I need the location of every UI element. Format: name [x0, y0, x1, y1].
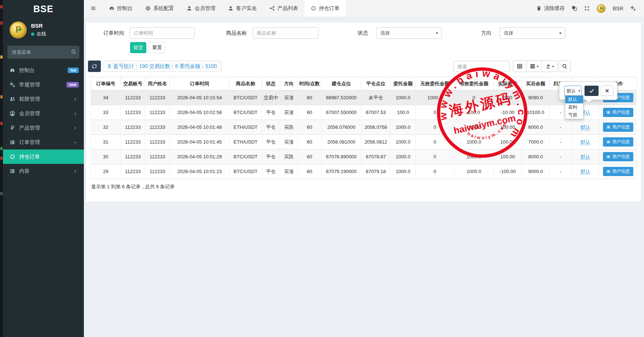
table-cell: 34	[91, 90, 121, 105]
user-avatar[interactable]: P	[597, 4, 606, 13]
clear-cache-button[interactable]: 清除缓存	[536, 5, 565, 12]
table-cell: 8000.0	[521, 149, 550, 164]
user-info-button[interactable]: 用户信息	[603, 137, 633, 147]
direction-select[interactable]: 选择 ▾	[500, 27, 565, 39]
user-info-button[interactable]: 用户信息	[603, 123, 633, 132]
detail-view-button[interactable]	[513, 61, 527, 72]
table-cell: 交易中	[262, 90, 280, 105]
table-cell: 买涨	[280, 105, 298, 120]
table-cell: 67079.190000	[321, 164, 361, 179]
table-row: 341122331122332026-04-05 10:15:54BTC/USD…	[91, 90, 637, 105]
column-header-3: 订单时间	[170, 77, 229, 90]
user-info-button[interactable]: 用户信息	[603, 152, 633, 161]
caret-down-icon: ▾	[537, 65, 539, 68]
chevron-left-icon	[72, 97, 79, 101]
export-button[interactable]: ▾	[542, 61, 558, 72]
risk-default-link[interactable]: 默认	[580, 139, 590, 145]
order-time-label: 订单时间	[103, 27, 124, 39]
sidebar-search-input[interactable]	[7, 46, 79, 59]
status-select[interactable]: 选择 ▾	[376, 27, 442, 39]
table-cell: 29	[91, 164, 121, 179]
columns-button[interactable]: ▾	[526, 61, 542, 72]
edge-marker	[0, 147, 3, 150]
column-header-1: 交易账号	[120, 77, 145, 90]
table-cell: 1000.0	[391, 120, 416, 135]
tab-product-list[interactable]: 产品列表	[263, 0, 304, 17]
table-cell: 67078.890000	[321, 149, 361, 164]
sidebar-search	[7, 46, 79, 59]
table-cell: 2026-04-05 10:01:48	[170, 120, 229, 135]
tab-position-orders[interactable]: 持仓订单	[304, 0, 346, 17]
product-name-input[interactable]	[253, 27, 318, 39]
dropdown-option-0[interactable]: 默认	[565, 96, 583, 103]
risk-default-link[interactable]: 默认	[580, 124, 590, 130]
list-icon	[606, 125, 610, 129]
user-status: 在线	[31, 31, 46, 37]
chevron-left-icon	[72, 126, 79, 130]
sidebar-item-members[interactable]: 会员管理	[3, 106, 84, 121]
table-row: 331122331122332026-04-05 10:02:56BTC/USD…	[91, 105, 637, 120]
table-cell: 买跌	[280, 120, 298, 135]
dollar-icon: $	[108, 61, 111, 72]
table-cell: 112233	[145, 90, 170, 105]
user-menu[interactable]: BSR	[613, 6, 623, 11]
sidebar-menu: 控制台hot常规管理new权限管理会员管理产品管理订单管理持仓订单内容	[3, 63, 84, 178]
language-icon[interactable]	[572, 6, 577, 11]
fullscreen-icon[interactable]	[584, 6, 590, 11]
search-icon	[562, 63, 568, 69]
tab-member-management[interactable]: 会员管理	[180, 0, 222, 17]
reset-button[interactable]: 重置	[149, 42, 166, 53]
table-cell: 9000.0	[521, 164, 550, 179]
sidebar-item-products[interactable]: 产品管理	[3, 121, 84, 135]
sidebar-item-content[interactable]: 内容	[3, 164, 84, 178]
table-cell: 9090.0	[521, 90, 550, 105]
tab-customer-kyc[interactable]: 客户实名	[222, 0, 263, 17]
fullscreen-search-button[interactable]	[559, 61, 571, 72]
list-icon	[9, 140, 16, 145]
risk-select-dropdown: 默认盈利亏损	[565, 95, 583, 119]
profit-stats-box: $ 盈亏统计：190 交易比数：6 委托金额：5100	[103, 61, 222, 72]
table-cell: 0	[416, 135, 454, 149]
table-cell: 2056.0812	[361, 135, 391, 149]
risk-default-link[interactable]: 默认	[580, 169, 590, 175]
sidebar-item-orders[interactable]: 订单管理	[3, 135, 84, 149]
edge-marker	[0, 192, 3, 195]
risk-default-link[interactable]: 默认	[580, 154, 590, 160]
tab-dashboard[interactable]: 控制台	[103, 0, 139, 17]
risk-select[interactable]: 默认 ▾	[564, 86, 582, 96]
sidebar-item-dashboard[interactable]: 控制台hot	[3, 63, 84, 78]
sidebar-item-permissions[interactable]: 权限管理	[3, 92, 84, 106]
refresh-icon	[92, 63, 97, 69]
table-cell: 112233	[145, 149, 170, 164]
table-row: 321122331122332026-04-05 10:01:48ETH/USD…	[91, 120, 637, 135]
table-cell: 2056.081000	[321, 135, 361, 149]
sidebar-item-general[interactable]: 常规管理new	[3, 78, 84, 92]
table-cell: 1000.0	[416, 90, 454, 105]
order-time-input[interactable]	[130, 27, 195, 39]
check-icon	[589, 88, 594, 94]
confirm-button[interactable]	[585, 86, 599, 96]
submit-button[interactable]: 提交	[130, 42, 146, 53]
settings-cogs-icon[interactable]	[630, 6, 636, 11]
refresh-button[interactable]	[88, 61, 101, 72]
user-info-button[interactable]: 用户信息	[603, 108, 633, 117]
table-cell: 0	[416, 105, 454, 120]
cancel-button[interactable]: ✕	[601, 86, 613, 96]
user-icon	[228, 6, 234, 11]
tab-system-config[interactable]: 系统配置	[139, 0, 180, 17]
chevron-left-icon	[72, 169, 79, 173]
table-cell: 2026-04-05 10:15:54	[170, 90, 229, 105]
dropdown-option-2[interactable]: 亏损	[565, 111, 583, 119]
table-cell: -10.00	[494, 105, 522, 120]
edge-marker	[0, 5, 3, 8]
search-icon[interactable]	[71, 49, 76, 55]
table-cell: 112233	[145, 120, 170, 135]
table-cell: 67007.53	[361, 105, 391, 120]
table-search-input[interactable]	[453, 61, 510, 72]
column-header-7: 时间/点数	[298, 77, 321, 90]
dropdown-option-1[interactable]: 盈利	[565, 103, 583, 111]
sidebar-item-position-orders[interactable]: 持仓订单	[3, 149, 84, 164]
user-info-button[interactable]: 用户信息	[603, 167, 633, 176]
user-icon	[187, 6, 192, 11]
hamburger-icon[interactable]	[84, 0, 103, 17]
